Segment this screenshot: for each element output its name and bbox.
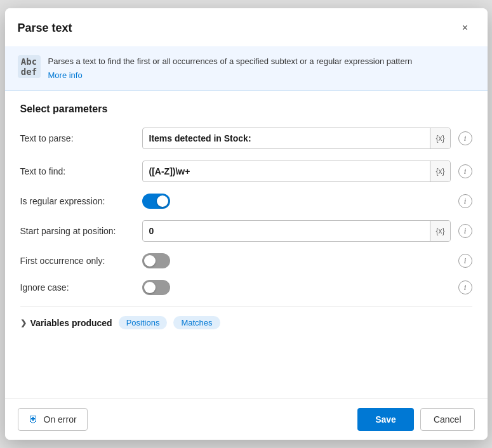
text-to-find-info-icon[interactable]: i	[458, 164, 472, 178]
is-regex-thumb	[157, 195, 168, 207]
save-button[interactable]: Save	[357, 408, 414, 431]
text-to-parse-info-icon[interactable]: i	[458, 131, 472, 145]
is-regex-info-icon[interactable]: i	[458, 194, 472, 208]
text-to-parse-row: Text to parse: {x} i	[20, 128, 472, 149]
first-occurrence-label: First occurrence only:	[20, 256, 135, 266]
text-to-parse-badge: {x}	[430, 128, 449, 148]
variables-produced-label: Variables produced	[30, 318, 112, 328]
first-occurrence-toggle[interactable]	[142, 253, 170, 268]
on-error-button[interactable]: ⛨ On error	[18, 408, 88, 431]
title-bar: Parse text ×	[5, 8, 488, 46]
variables-expand-button[interactable]: ❯ Variables produced	[20, 318, 112, 328]
is-regex-label: Is regular expression:	[20, 196, 135, 206]
footer-actions: Save Cancel	[357, 408, 474, 431]
is-regex-toggle[interactable]	[142, 194, 170, 209]
first-occurrence-thumb	[144, 255, 156, 267]
section-title: Select parameters	[20, 103, 472, 115]
chevron-right-icon: ❯	[20, 319, 27, 327]
ignore-case-label: Ignore case:	[20, 282, 135, 293]
start-position-row: Start parsing at position: {x} i	[20, 220, 472, 242]
more-info-link[interactable]: More info	[48, 69, 413, 82]
variables-produced-row: ❯ Variables produced Positions Matches	[20, 306, 472, 334]
text-to-parse-input[interactable]	[143, 128, 430, 148]
parse-text-dialog: Parse text × Abcdef Parses a text to fin…	[5, 8, 488, 440]
shield-icon: ⛨	[29, 414, 39, 425]
dialog-title: Parse text	[18, 22, 72, 35]
ignore-case-toggle[interactable]	[142, 280, 170, 295]
text-to-find-label: Text to find:	[20, 166, 135, 176]
text-to-find-badge: {x}	[430, 161, 449, 181]
close-button[interactable]: ×	[456, 18, 475, 37]
text-to-parse-input-wrapper: {x}	[142, 128, 451, 149]
cancel-button[interactable]: Cancel	[420, 408, 475, 431]
banner-icon: Abcdef	[18, 55, 41, 78]
ignore-case-info-icon[interactable]: i	[458, 280, 472, 294]
start-position-input-wrapper: {x}	[142, 220, 451, 242]
on-error-label: On error	[44, 414, 77, 425]
first-occurrence-info-icon[interactable]: i	[458, 254, 472, 268]
ignore-case-thumb	[144, 282, 156, 293]
footer: ⛨ On error Save Cancel	[5, 399, 488, 440]
start-position-badge: {x}	[430, 221, 449, 241]
matches-chip: Matches	[173, 316, 220, 329]
positions-chip: Positions	[119, 316, 168, 329]
info-banner: Abcdef Parses a text to find the first o…	[5, 46, 488, 91]
start-position-info-icon[interactable]: i	[458, 224, 472, 238]
start-position-label: Start parsing at position:	[20, 226, 135, 236]
text-to-find-input[interactable]	[143, 161, 430, 181]
text-to-find-row: Text to find: {x} i	[20, 161, 472, 182]
text-to-parse-label: Text to parse:	[20, 133, 135, 143]
first-occurrence-row: First occurrence only: i	[20, 253, 472, 268]
ignore-case-row: Ignore case: i	[20, 280, 472, 295]
banner-text: Parses a text to find the first or all o…	[48, 55, 413, 81]
content-area: Select parameters Text to parse: {x} i T…	[5, 91, 488, 399]
start-position-input[interactable]	[143, 221, 430, 241]
text-to-find-input-wrapper: {x}	[142, 161, 451, 182]
is-regex-row: Is regular expression: i	[20, 194, 472, 209]
